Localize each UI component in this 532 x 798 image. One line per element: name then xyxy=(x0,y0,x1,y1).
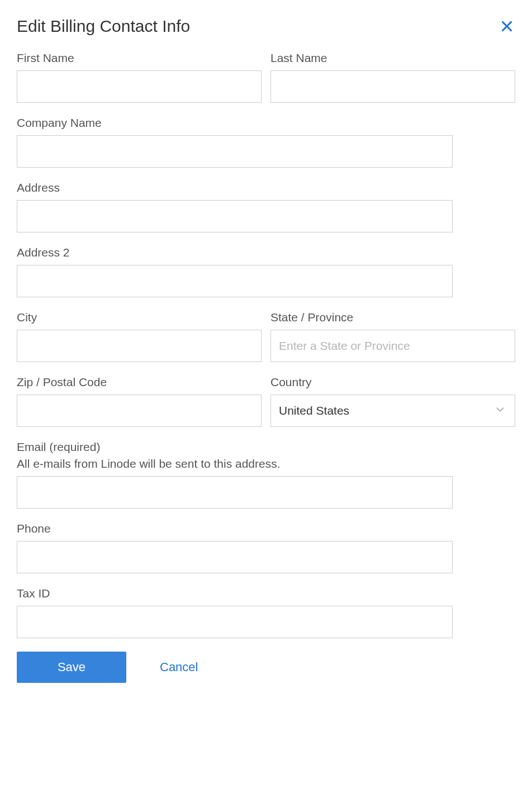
country-select[interactable] xyxy=(270,395,515,427)
city-group: City xyxy=(17,311,262,362)
close-icon xyxy=(500,19,514,34)
company-name-group: Company Name xyxy=(17,116,453,168)
address2-input[interactable] xyxy=(17,265,453,297)
address-label: Address xyxy=(17,181,453,194)
country-label: Country xyxy=(270,376,515,389)
form-actions: Save Cancel xyxy=(17,652,515,683)
city-label: City xyxy=(17,311,262,324)
save-button[interactable]: Save xyxy=(17,652,126,683)
phone-label: Phone xyxy=(17,522,453,535)
last-name-group: Last Name xyxy=(270,51,515,103)
tax-id-group: Tax ID xyxy=(17,587,453,638)
country-group: Country xyxy=(270,376,515,427)
company-name-label: Company Name xyxy=(17,116,453,130)
phone-group: Phone xyxy=(17,522,453,573)
company-name-input[interactable] xyxy=(17,135,453,168)
tax-id-label: Tax ID xyxy=(17,587,453,600)
state-input[interactable] xyxy=(270,330,515,362)
city-input[interactable] xyxy=(17,330,262,362)
email-hint: All e-mails from Linode will be sent to … xyxy=(17,457,453,471)
modal-title: Edit Billing Contact Info xyxy=(17,17,190,36)
email-input[interactable] xyxy=(17,476,453,509)
state-label: State / Province xyxy=(270,311,515,324)
address-group: Address xyxy=(17,181,453,232)
first-name-group: First Name xyxy=(17,51,262,103)
phone-input[interactable] xyxy=(17,541,453,573)
last-name-input[interactable] xyxy=(270,70,515,103)
zip-group: Zip / Postal Code xyxy=(17,376,262,427)
cancel-button[interactable]: Cancel xyxy=(160,660,198,674)
last-name-label: Last Name xyxy=(270,51,515,65)
zip-label: Zip / Postal Code xyxy=(17,376,262,389)
address-input[interactable] xyxy=(17,200,453,232)
tax-id-input[interactable] xyxy=(17,606,453,638)
modal-header: Edit Billing Contact Info xyxy=(17,17,515,36)
first-name-label: First Name xyxy=(17,51,262,65)
email-group: Email (required) All e-mails from Linode… xyxy=(17,440,453,509)
address2-label: Address 2 xyxy=(17,246,453,259)
email-label: Email (required) xyxy=(17,440,453,454)
close-button[interactable] xyxy=(498,18,515,35)
first-name-input[interactable] xyxy=(17,70,262,103)
address2-group: Address 2 xyxy=(17,246,453,297)
state-group: State / Province xyxy=(270,311,515,362)
zip-input[interactable] xyxy=(17,395,262,427)
